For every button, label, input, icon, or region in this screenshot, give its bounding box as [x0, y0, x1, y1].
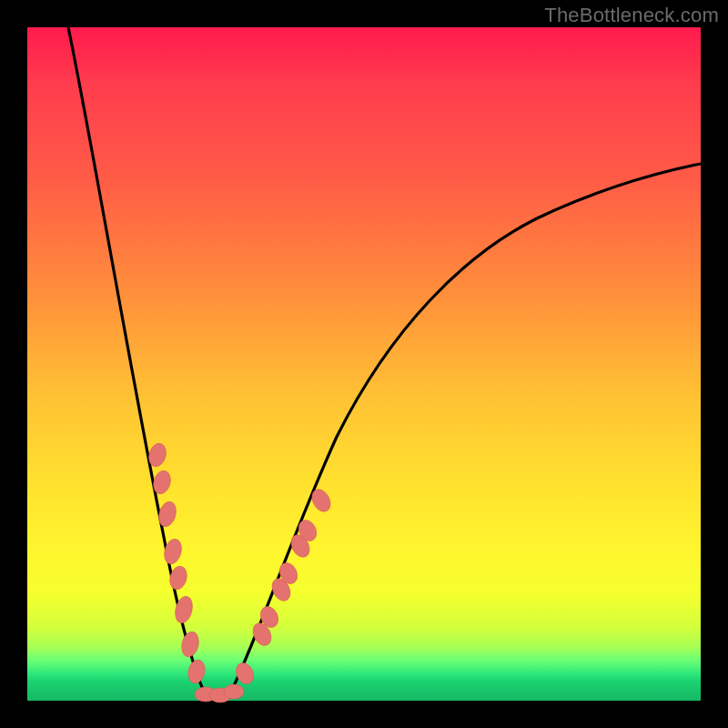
svg-point-10: [224, 684, 244, 699]
svg-point-6: [179, 630, 201, 658]
svg-point-2: [156, 500, 178, 529]
plot-area: [27, 27, 701, 701]
svg-point-7: [186, 658, 207, 684]
markers-left: [147, 441, 207, 685]
chart-frame: TheBottleneck.com: [0, 0, 728, 728]
curve-right-arm: [228, 164, 701, 697]
curve-layer: [27, 27, 701, 701]
watermark-text: TheBottleneck.com: [544, 4, 719, 27]
